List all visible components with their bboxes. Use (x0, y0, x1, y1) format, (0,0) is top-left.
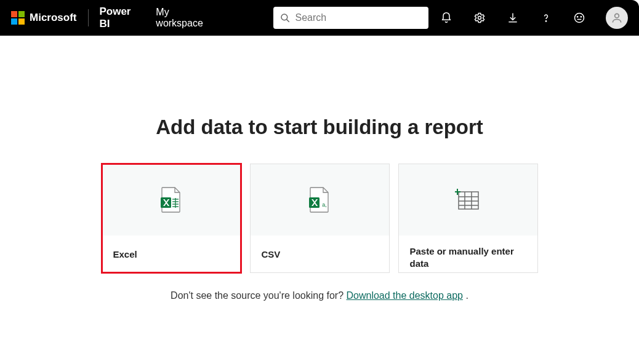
microsoft-logo-icon (11, 11, 25, 25)
footer-period: . (465, 290, 468, 301)
svg-text:a,: a, (322, 202, 327, 208)
card-csv[interactable]: a, CSV (250, 164, 390, 273)
app-name[interactable]: Power BI (99, 6, 142, 30)
card-csv-illustration: a, (251, 164, 389, 235)
top-icon-group (440, 7, 628, 29)
download-desktop-link[interactable]: Download the desktop app (347, 290, 463, 301)
card-manual-data[interactable]: Paste or manually enter data (398, 164, 538, 273)
top-navigation-bar: Microsoft Power BI My workspace (0, 0, 639, 36)
brand-text: Microsoft (30, 12, 77, 24)
notifications-icon[interactable] (440, 11, 453, 25)
footer-prompt-text: Don't see the source you're looking for? (171, 290, 346, 301)
footer-prompt: Don't see the source you're looking for?… (171, 290, 468, 301)
svg-point-6 (581, 17, 581, 17)
svg-point-7 (615, 14, 619, 18)
excel-file-icon (160, 187, 182, 213)
csv-file-icon: a, (308, 187, 331, 213)
search-box[interactable] (273, 7, 428, 29)
card-excel[interactable]: Excel (102, 164, 241, 273)
card-excel-label: Excel (102, 235, 241, 272)
svg-point-5 (577, 17, 577, 17)
settings-icon[interactable] (473, 11, 486, 25)
workspace-name[interactable]: My workspace (156, 7, 216, 29)
main-content: Add data to start building a report Exce… (0, 36, 639, 301)
card-manual-illustration (399, 164, 537, 235)
page-headline: Add data to start building a report (156, 116, 483, 139)
search-input[interactable] (295, 12, 422, 23)
feedback-icon[interactable] (573, 11, 586, 25)
card-excel-illustration (102, 164, 241, 235)
divider (88, 9, 89, 26)
svg-line-1 (286, 20, 289, 22)
microsoft-logo[interactable]: Microsoft (11, 11, 77, 25)
svg-point-3 (545, 21, 546, 22)
svg-point-2 (478, 17, 481, 20)
svg-point-0 (281, 14, 287, 20)
card-csv-label: CSV (251, 235, 389, 272)
search-icon (279, 12, 291, 23)
account-avatar[interactable] (606, 7, 628, 29)
card-manual-label: Paste or manually enter data (399, 235, 537, 272)
help-icon[interactable] (539, 11, 553, 25)
table-plus-icon (455, 188, 481, 212)
svg-rect-16 (459, 192, 478, 209)
svg-point-4 (575, 14, 584, 23)
data-source-cards: Excel a, CSV (102, 164, 538, 273)
download-icon[interactable] (506, 11, 520, 25)
